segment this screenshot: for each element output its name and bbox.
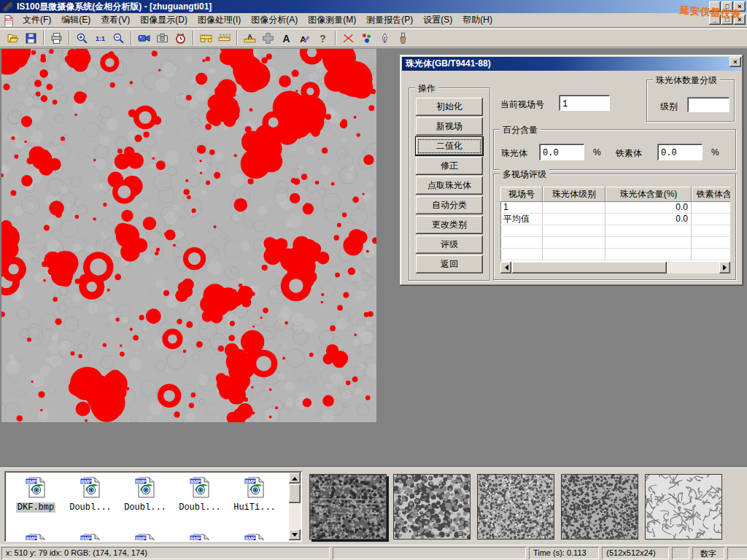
table-row[interactable]: 平均值0.0 xyxy=(500,214,730,225)
actual-size-button[interactable]: 1:1 xyxy=(91,30,109,47)
menu-item-4[interactable]: 图像显示(D) xyxy=(135,12,193,28)
menu-item-10[interactable]: 帮助(H) xyxy=(457,12,498,28)
file-item-5[interactable]: BMPHuiTi... xyxy=(229,475,280,513)
svg-text:BMP: BMP xyxy=(26,479,37,484)
menu-item-3[interactable]: 查看(V) xyxy=(96,12,135,28)
dialog-title-bar[interactable]: 珠光体(GB/T9441-88) xyxy=(402,57,741,71)
hscroll-thumb[interactable] xyxy=(512,262,667,273)
zoom-in-button[interactable] xyxy=(73,30,91,47)
mdi-close-button[interactable]: × xyxy=(734,15,746,25)
help-button[interactable]: ? xyxy=(314,30,332,47)
op-button-8[interactable]: 评级 xyxy=(416,236,483,254)
thumbnail-1[interactable] xyxy=(309,474,387,540)
timer-button[interactable] xyxy=(171,30,190,47)
file-item-3[interactable]: BMPDoubl... xyxy=(120,475,171,513)
application-window: IS100显微摄像系统(金相分析版) - [zhuguangti01] _ □ … xyxy=(0,0,747,560)
op-button-2[interactable]: 新视场 xyxy=(416,117,483,136)
pearlite-percent-input[interactable] xyxy=(539,144,584,160)
scroll-down-button[interactable] xyxy=(289,529,301,540)
menu-items: 文件(F)编辑(E)查看(V)图像显示(D)图像处理(I)图像分析(A)图像测量… xyxy=(18,12,498,28)
table-cell xyxy=(605,249,692,260)
menu-item-8[interactable]: 测量报告(P) xyxy=(361,12,418,28)
classify-balls-button[interactable] xyxy=(357,30,376,47)
menu-item-1[interactable]: 文件(F) xyxy=(18,12,56,28)
op-button-3[interactable]: 二值化 xyxy=(416,137,483,155)
save-button[interactable] xyxy=(22,30,40,47)
grading-group-title: 珠光体数量分级 xyxy=(653,74,720,87)
op-button-5[interactable]: 点取珠光体 xyxy=(416,176,483,195)
op-button-4[interactable]: 修正 xyxy=(416,157,483,175)
menu-item-6[interactable]: 图像分析(A) xyxy=(246,12,303,28)
ruler-button[interactable] xyxy=(215,30,233,47)
capture-button[interactable] xyxy=(153,30,171,47)
op-button-7[interactable]: 更改类别 xyxy=(416,216,483,234)
bmp-file-icon: BMP xyxy=(188,475,212,499)
hscroll-right-button[interactable] xyxy=(719,262,730,273)
text-label-button[interactable]: A xyxy=(277,30,295,47)
level-input[interactable] xyxy=(687,97,729,112)
title-bar[interactable]: IS100显微摄像系统(金相分析版) - [zhuguangti01] _ □ … xyxy=(0,0,747,13)
thumbnail-5[interactable] xyxy=(645,474,722,540)
paint-brush-button[interactable] xyxy=(394,30,412,47)
zoom-out-button[interactable] xyxy=(109,30,128,47)
file-browser-scrollbar[interactable] xyxy=(289,472,301,540)
curve-cut-button[interactable] xyxy=(339,30,357,47)
video-camera-button[interactable] xyxy=(135,30,153,47)
ferrite-percent-input[interactable] xyxy=(657,144,703,160)
mdi-restore-button[interactable]: □ xyxy=(721,15,733,25)
print-button[interactable] xyxy=(47,30,66,47)
file-item-row2-1[interactable]: BMP xyxy=(10,532,61,540)
caliper-button[interactable] xyxy=(197,30,215,47)
caliper-icon xyxy=(200,32,212,44)
text-label-icon: A xyxy=(280,32,293,44)
toolbar-separator xyxy=(43,31,44,45)
bmp-file-icon: BMP xyxy=(133,475,157,499)
minimize-button[interactable]: _ xyxy=(709,1,721,12)
file-item-1[interactable]: BMPDKF.bmp xyxy=(10,475,61,513)
pearlite-dialog: 珠光体(GB/T9441-88) × 操作 初始化新视场二值化修正点取珠光体自动… xyxy=(400,55,743,286)
scroll-up-button[interactable] xyxy=(289,472,301,483)
thumbnail-2[interactable] xyxy=(393,474,471,540)
menu-item-5[interactable]: 图像处理(I) xyxy=(193,12,246,28)
open-file-button[interactable] xyxy=(4,30,22,47)
file-item-row2-4[interactable]: BMP xyxy=(174,532,225,540)
bmp-file-icon: BMP xyxy=(188,532,212,540)
close-button[interactable]: × xyxy=(734,1,746,12)
table-body: 10.0平均值0.0 xyxy=(500,202,730,260)
pearlite-unit: % xyxy=(593,147,601,158)
zoom-out-icon xyxy=(112,32,125,44)
ferrite-unit: % xyxy=(711,147,719,158)
edit-annotation-button[interactable]: A xyxy=(295,30,314,47)
document-icon: DOC xyxy=(3,15,15,26)
thumbnail-3[interactable] xyxy=(477,474,554,540)
merge-region-icon xyxy=(262,32,274,44)
current-field-input[interactable] xyxy=(559,95,610,111)
dialog-close-button[interactable]: × xyxy=(729,57,741,67)
menu-item-9[interactable]: 设置(S) xyxy=(418,12,457,28)
scrollbar-thumb[interactable] xyxy=(289,484,301,503)
file-item-2[interactable]: BMPDoubl... xyxy=(65,475,116,513)
hscroll-left-button[interactable] xyxy=(500,262,511,273)
file-item-row2-3[interactable]: BMP xyxy=(120,532,171,540)
mdi-minimize-button[interactable]: _ xyxy=(709,15,721,25)
table-row[interactable]: 10.0 xyxy=(500,202,730,214)
file-item-row2-5[interactable]: BMP xyxy=(229,532,280,540)
menu-item-7[interactable]: 图像测量(M) xyxy=(303,12,361,28)
menu-item-2[interactable]: 编辑(E) xyxy=(56,12,96,28)
file-item-4[interactable]: BMPDoubl... xyxy=(174,475,225,513)
restore-button[interactable]: □ xyxy=(721,1,733,12)
op-button-1[interactable]: 初始化 xyxy=(416,98,483,116)
thumbnail-4[interactable] xyxy=(561,474,638,540)
op-button-6[interactable]: 自动分类 xyxy=(416,196,483,214)
micrograph-image[interactable] xyxy=(1,49,376,422)
level-label: 级别 xyxy=(660,101,678,113)
table-hscrollbar[interactable] xyxy=(500,262,730,273)
table-cell xyxy=(543,225,605,237)
file-item-row2-2[interactable]: BMP xyxy=(65,532,116,540)
op-button-9[interactable]: 返回 xyxy=(416,255,483,273)
pick-pen-button[interactable] xyxy=(376,30,394,47)
table-cell xyxy=(605,237,692,249)
measure-text-button[interactable]: A xyxy=(241,30,259,47)
toolbar-separator xyxy=(335,31,336,45)
merge-region-button[interactable] xyxy=(259,30,277,47)
